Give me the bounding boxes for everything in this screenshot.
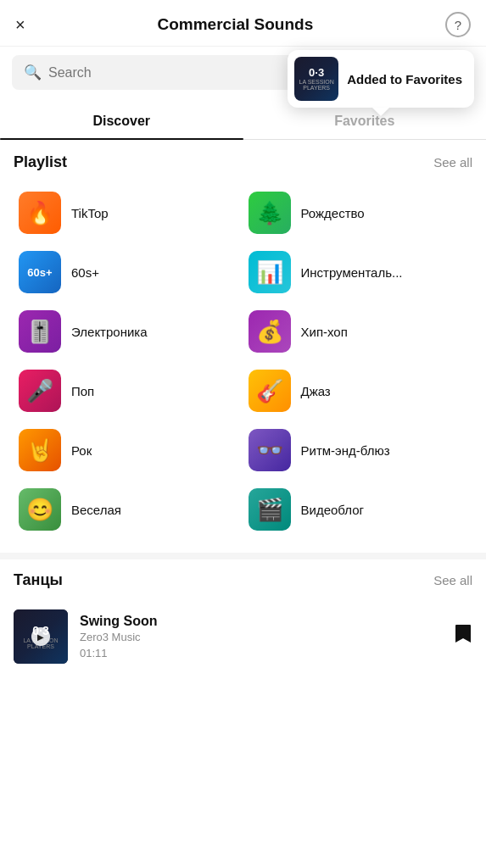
help-icon: ? [455, 18, 461, 32]
bookmark-button-swing-soon[interactable] [454, 623, 472, 650]
playlist-icon-rb: 👓 [249, 429, 291, 471]
playlist-icon-rock: 🤘 [19, 429, 61, 471]
playlist-grid: 🔥TikTop🌲Рождество60s+60s+📊Инструменталь.… [14, 183, 472, 539]
tabs: Discover Favorites [0, 103, 486, 140]
playlist-section: Playlist See all 🔥TikTop🌲Рождество60s+60… [0, 140, 486, 539]
playlist-label-vlog: Видеоблог [301, 503, 364, 517]
playlist-icon-hip-hop: 💰 [249, 310, 291, 353]
dance-section: Танцы See all 0·3LA SESSION PLAYERS▶Swin… [0, 559, 486, 672]
tab-discover[interactable]: Discover [0, 103, 243, 139]
tooltip-thumbnail: 0·3 LA SESSION PLAYERS [294, 57, 338, 101]
playlist-item-happy[interactable]: 😊Веселая [14, 480, 243, 539]
header: × Commercial Sounds ? [0, 0, 486, 47]
song-thumbnail-swing-soon[interactable]: 0·3LA SESSION PLAYERS▶ [14, 609, 68, 664]
songs-list: 0·3LA SESSION PLAYERS▶Swing SoonZero3 Mu… [14, 601, 472, 672]
playlist-label-instrumental: Инструменталь... [301, 265, 403, 280]
playlist-item-vlog[interactable]: 🎬Видеоблог [243, 480, 473, 539]
song-duration-swing-soon: 01:11 [80, 647, 442, 659]
play-button-swing-soon[interactable]: ▶ [31, 627, 50, 646]
playlist-item-rb[interactable]: 👓Ритм-энд-блюз [243, 420, 473, 480]
playlist-icon-instrumental: 📊 [249, 251, 291, 293]
tooltip-message: Added to Favorites [347, 72, 462, 86]
playlist-icon-vlog: 🎬 [249, 488, 291, 531]
page-title: Commercial Sounds [157, 15, 313, 34]
playlist-section-header: Playlist See all [14, 153, 472, 171]
search-icon: 🔍 [24, 64, 42, 81]
playlist-icon-rozhdestvo: 🌲 [249, 192, 291, 234]
playlist-item-60s[interactable]: 60s+60s+ [14, 242, 243, 302]
tooltip-thumb-sub: LA SESSION PLAYERS [294, 79, 338, 91]
playlist-item-rock[interactable]: 🤘Рок [14, 420, 243, 480]
playlist-label-60s: 60s+ [71, 265, 99, 280]
help-button[interactable]: ? [445, 12, 471, 37]
playlist-section-title: Playlist [14, 153, 67, 171]
playlist-label-rock: Рок [71, 443, 92, 458]
section-divider [0, 553, 486, 559]
playlist-label-happy: Веселая [71, 503, 121, 517]
song-title-swing-soon: Swing Soon [80, 614, 442, 629]
tab-favorites[interactable]: Favorites [243, 103, 487, 139]
playlist-item-electronica[interactable]: 🎚️Электроника [14, 302, 243, 361]
playlist-item-pop[interactable]: 🎤Поп [14, 361, 243, 420]
close-button[interactable]: × [15, 15, 25, 35]
song-info-swing-soon: Swing SoonZero3 Music01:11 [80, 614, 442, 659]
playlist-icon-tiktop: 🔥 [19, 192, 61, 234]
dance-see-all-button[interactable]: See all [433, 573, 472, 587]
playlist-item-tiktop[interactable]: 🔥TikTop [14, 183, 243, 242]
playlist-label-jazz: Джаз [301, 384, 331, 398]
song-artist-swing-soon: Zero3 Music [80, 631, 442, 643]
tooltip-thumb-text: 0·3 [309, 67, 324, 79]
dance-section-title: Танцы [14, 571, 63, 589]
playlist-label-hip-hop: Хип-хоп [301, 325, 348, 339]
tooltip-arrow [372, 108, 389, 116]
playlist-item-rozhdestvo[interactable]: 🌲Рождество [243, 183, 473, 242]
playlist-label-rozhdestvo: Рождество [301, 206, 365, 220]
playlist-label-tiktop: TikTop [71, 206, 109, 220]
playlist-see-all-button[interactable]: See all [433, 155, 472, 170]
dance-section-header: Танцы See all [14, 571, 472, 589]
playlist-label-electronica: Электроника [71, 325, 148, 339]
playlist-icon-pop: 🎤 [19, 370, 61, 412]
playlist-icon-happy: 😊 [19, 488, 61, 531]
playlist-icon-60s: 60s+ [19, 251, 61, 293]
playlist-label-pop: Поп [71, 384, 94, 398]
search-area: 🔍 0·3 LA SESSION PLAYERS Added to Favori… [0, 47, 486, 98]
song-item-swing-soon: 0·3LA SESSION PLAYERS▶Swing SoonZero3 Mu… [14, 601, 472, 672]
playlist-icon-jazz: 🎸 [249, 370, 291, 412]
playlist-item-hip-hop[interactable]: 💰Хип-хоп [243, 302, 473, 361]
playlist-label-rb: Ритм-энд-блюз [301, 443, 390, 458]
added-to-favorites-tooltip: 0·3 LA SESSION PLAYERS Added to Favorite… [288, 50, 474, 108]
playlist-item-jazz[interactable]: 🎸Джаз [243, 361, 473, 420]
playlist-icon-electronica: 🎚️ [19, 310, 61, 353]
playlist-item-instrumental[interactable]: 📊Инструменталь... [243, 242, 473, 302]
